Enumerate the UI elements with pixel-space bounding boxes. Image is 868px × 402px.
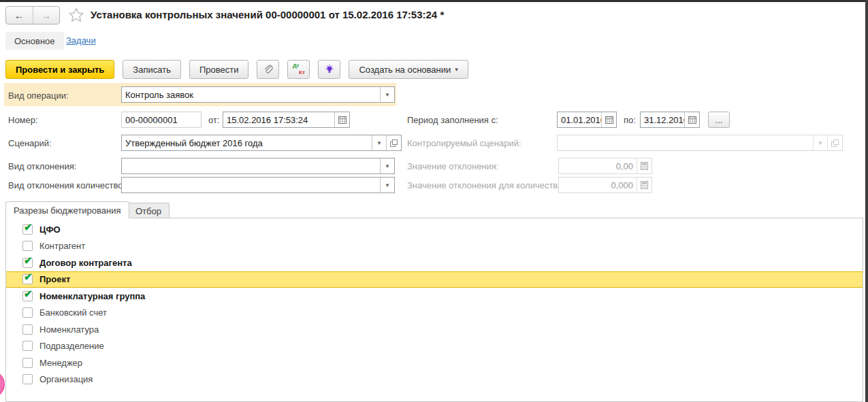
check-icon: ✔ [24,271,33,283]
tab-filter[interactable]: Отбор [127,203,170,218]
list-item-label: Контрагент [39,241,85,251]
toolbar: Провести и закрыть Записать Провести ДтК… [5,60,468,79]
chevron-down-icon[interactable]: ▾ [380,158,394,173]
deviation-type-qty-combobox[interactable]: ▾ [121,177,395,193]
attachments-button[interactable] [257,60,279,79]
dr-cr-icon: ДтКт [293,63,305,76]
list-item-label: ЦФО [39,224,61,235]
deviation-value-label: Значение отклонения: [407,161,498,171]
window-frame-right [865,0,868,402]
deviation-value-qty-label: Значение отклонения для количества: [407,180,565,190]
period-from-input[interactable]: 01.01.2016 [557,112,617,128]
open-icon [827,135,842,150]
write-button[interactable]: Записать [123,60,181,79]
list-item-label: Организация [39,374,93,384]
post-button[interactable]: Провести [189,60,249,79]
list-item-label: Подразделение [39,341,104,351]
chevron-down-icon[interactable]: ▾ [372,135,386,150]
from-date-label: от: [208,115,220,125]
checkbox[interactable] [22,341,33,351]
calculator-icon [637,178,652,192]
deviation-value-input: 0,00 [558,158,652,174]
check-icon: ✔ [24,254,33,267]
period-to-input[interactable]: 31.12.2016 [640,112,700,128]
checkbox[interactable] [22,241,33,251]
list-item-label: Банковский счет [39,307,107,318]
document-date-input[interactable]: 15.02.2016 17:53:24 [223,112,350,128]
period-to-label: по: [624,115,636,125]
list-item[interactable]: ✔ЦФО [6,221,863,238]
lightbulb-icon [324,64,335,75]
scenario-label: Сценарий: [8,138,52,148]
create-based-on-button[interactable]: Создать на основании ▾ [349,60,468,79]
deviation-type-label: Вид отклонения: [8,161,76,171]
chevron-down-icon: ▾ [813,135,827,150]
chevron-down-icon: ▾ [455,66,458,73]
calendar-icon[interactable] [334,112,349,127]
chevron-down-icon[interactable]: ▾ [380,87,394,102]
list-item-label: Менеджер [39,358,82,368]
checkbox[interactable] [22,358,33,368]
forward-button[interactable]: → [33,7,60,24]
tab-budget-slices[interactable]: Разрезы бюджетирования [5,201,129,218]
period-label: Период заполнения с: [407,115,498,125]
checkbox[interactable] [22,374,33,384]
tab-main[interactable]: Основное [5,32,64,50]
checkbox[interactable]: ✔ [22,291,33,301]
history-nav: ← → [5,6,60,24]
hints-button[interactable] [318,60,340,79]
controlled-scenario-label: Контролируемый сценарий: [407,138,521,148]
checkbox[interactable]: ✔ [22,274,33,284]
list-item[interactable]: ✔Договор контрагента [6,254,863,271]
number-input[interactable]: 00-00000001 [121,112,202,128]
calendar-icon[interactable] [601,112,616,127]
controlled-scenario-combobox: ▾ [557,135,843,151]
calendar-icon[interactable] [684,112,699,127]
period-more-button[interactable]: ... [708,112,730,128]
check-icon: ✔ [24,221,33,233]
number-label: Номер: [8,115,38,125]
list-item-label: Номенклатурная группа [39,291,145,301]
checkbox[interactable] [22,324,33,335]
list-item[interactable]: ✔Номенклатурная группа [6,288,863,305]
paperclip-icon [263,64,274,75]
scenario-combobox[interactable]: Утвержденный бюджет 2016 года ▾ [121,135,402,151]
budget-slices-list: ✔ЦФОКонтрагент✔Договор контрагента✔Проек… [5,218,863,402]
chevron-down-icon[interactable]: ▾ [380,178,394,192]
back-icon: ← [14,10,25,21]
check-icon: ✔ [24,288,33,300]
deviation-value-qty-input: 0,000 [558,177,652,193]
list-item[interactable]: Контрагент [6,238,863,255]
list-item[interactable]: Банковский счет [6,305,863,322]
back-button[interactable]: ← [6,7,33,24]
list-item-label: Договор контрагента [39,258,132,268]
dr-cr-postings-button[interactable]: ДтКт [287,60,310,79]
list-item[interactable]: Менеджер [6,354,863,371]
operation-combobox[interactable]: Контроль заявок ▾ [121,86,395,103]
forward-icon: → [41,10,51,21]
deviation-type-combobox[interactable]: ▾ [121,158,395,174]
checkbox[interactable]: ✔ [22,224,33,235]
calculator-icon [637,158,652,173]
window-frame-top [0,0,868,2]
list-item-label: Номенклатура [39,324,99,335]
list-item[interactable]: Подразделение [6,338,863,355]
checkbox[interactable] [22,307,33,318]
operation-label: Вид операции: [8,90,69,101]
list-item[interactable]: Номенклатура [6,321,863,338]
list-item[interactable]: ✔Проект [6,271,863,288]
pink-overlay-badge [0,371,5,398]
deviation-type-qty-label: Вид отклонения количество: [8,180,125,190]
open-icon[interactable] [386,135,401,150]
favorite-star-icon[interactable] [68,7,84,23]
list-item[interactable]: Организация [6,371,863,388]
checkbox[interactable]: ✔ [22,258,33,268]
list-item-label: Проект [39,274,70,284]
post-and-close-button[interactable]: Провести и закрыть [5,60,114,79]
tasks-link[interactable]: Задачи [66,35,96,46]
page-title: Установка контрольных значений 00-000000… [91,9,444,20]
